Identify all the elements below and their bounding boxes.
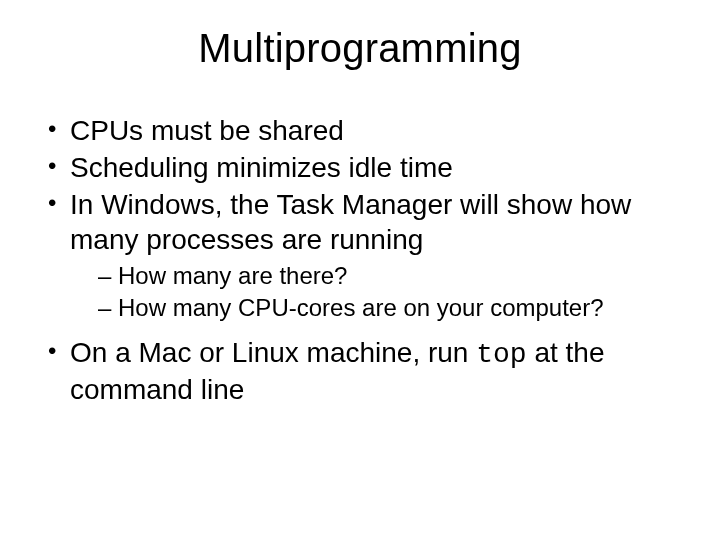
bullet-list: CPUs must be shared Scheduling minimizes… [30,113,690,407]
sub-bullet-item: How many are there? [98,261,690,291]
sub-bullet-text: How many CPU-cores are on your computer? [118,294,604,321]
bullet-item: On a Mac or Linux machine, run top at th… [48,335,690,407]
slide-title: Multiprogramming [30,26,690,71]
bullet-text: Scheduling minimizes idle time [70,152,453,183]
sub-bullet-item: How many CPU-cores are on your computer? [98,293,690,323]
slide: Multiprogramming CPUs must be shared Sch… [0,0,720,540]
bullet-text: In Windows, the Task Manager will show h… [70,189,631,255]
bullet-text-pre: On a Mac or Linux machine, run [70,337,476,368]
inline-code: top [476,339,526,370]
sub-bullet-list: How many are there? How many CPU-cores a… [70,261,690,323]
bullet-item: In Windows, the Task Manager will show h… [48,187,690,323]
bullet-text: CPUs must be shared [70,115,344,146]
sub-bullet-text: How many are there? [118,262,347,289]
bullet-item: Scheduling minimizes idle time [48,150,690,185]
bullet-item: CPUs must be shared [48,113,690,148]
